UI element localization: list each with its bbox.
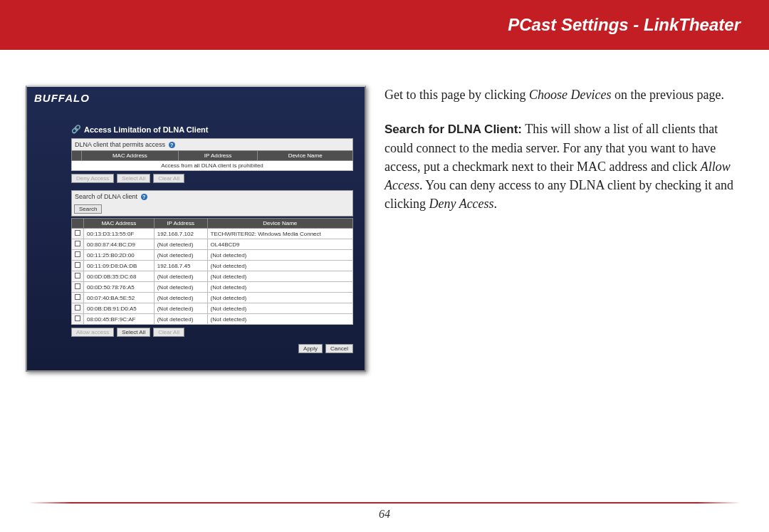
section-title: 🔗 Access Limitation of DLNA Client (71, 125, 353, 134)
col-mac: MAC Address (82, 151, 179, 161)
table-row: 00:13:D3:13:55:0F192.168.7.102TECHWRITER… (72, 229, 353, 239)
cell-name: (Not detected) (207, 250, 352, 261)
row-checkbox-cell (72, 271, 84, 282)
cell-mac: 00:07:40:BA:5E:52 (84, 293, 155, 303)
clear-all-button[interactable]: Clear All (153, 328, 184, 337)
cell-name: (Not detected) (207, 314, 352, 325)
row-checkbox-cell (72, 293, 84, 303)
row-checkbox-cell (72, 261, 84, 271)
col-name: Device Name (207, 219, 352, 229)
permit-button-row: Deny Access Select All Clear All (71, 174, 353, 183)
table-row: 00:0B:DB:91:D0:A5(Not detected)(Not dete… (72, 303, 353, 314)
cell-mac: 00:80:87:44:BC:D9 (84, 239, 155, 250)
row-checkbox-cell (72, 314, 84, 325)
allow-access-button[interactable]: Allow access (71, 328, 114, 337)
col-mac: MAC Address (84, 219, 155, 229)
cell-name: (Not detected) (207, 303, 352, 314)
page-body: BUFFALO 🔗 Access Limitation of DLNA Clie… (0, 50, 769, 372)
cell-ip: (Not detected) (154, 293, 207, 303)
table-row: 00:0D:50:78:76:A5(Not detected)(Not dete… (72, 282, 353, 293)
cell-name: (Not detected) (207, 293, 352, 303)
cell-mac: 08:00:45:BF:9C:AF (84, 314, 155, 325)
row-checkbox-cell (72, 250, 84, 261)
footer: 64 (0, 502, 769, 521)
checkbox[interactable] (75, 241, 80, 246)
table-row: 00:11:25:B0:2D:00(Not detected)(Not dete… (72, 250, 353, 261)
permit-table: MAC Address IP Address Device Name Acces… (71, 150, 353, 171)
cell-name: (Not detected) (207, 271, 352, 282)
explain-paragraph-1: Get to this page by clicking Choose Devi… (384, 85, 743, 104)
cell-ip: (Not detected) (154, 314, 207, 325)
table-row: 08:00:45:BF:9C:AF(Not detected)(Not dete… (72, 314, 353, 325)
search-table: MAC Address IP Address Device Name 00:13… (71, 218, 353, 325)
cell-mac: 00:11:25:B0:2D:00 (84, 250, 155, 261)
cell-mac: 00:0D:50:78:76:A5 (84, 282, 155, 293)
checkbox[interactable] (75, 294, 80, 300)
cell-ip: 192.168.7.102 (154, 229, 207, 239)
search-subtitle: Search of DLNA client ? (71, 190, 353, 202)
table-header-row: MAC Address IP Address Device Name (72, 219, 353, 229)
checkbox[interactable] (75, 315, 80, 321)
col-name: Device Name (258, 151, 353, 161)
cell-name: (Not detected) (207, 261, 352, 271)
panel-inner: 🔗 Access Limitation of DLNA Client DLNA … (27, 109, 365, 370)
cell-mac: 00:0B:DB:91:D0:A5 (84, 303, 155, 314)
cell-name: TECHWRITER02: Windows Media Connect (207, 229, 352, 239)
table-header-row: MAC Address IP Address Device Name (72, 151, 353, 161)
cell-ip: (Not detected) (154, 303, 207, 314)
apply-cancel-row: Apply Cancel (71, 344, 353, 353)
search-subtitle-text: Search of DLNA client (75, 193, 137, 200)
embedded-screenshot: BUFFALO 🔗 Access Limitation of DLNA Clie… (26, 85, 366, 372)
checkbox[interactable] (75, 251, 80, 257)
text: on the previous page. (611, 88, 723, 102)
brand-logo: BUFFALO (27, 87, 365, 109)
text: Get to this page by clicking (384, 88, 529, 102)
col-ip: IP Address (178, 151, 258, 161)
checkbox[interactable] (75, 230, 80, 236)
text: . (494, 197, 498, 211)
table-row: 00:07:40:BA:5E:52(Not detected)(Not dete… (72, 293, 353, 303)
select-all-button[interactable]: Select All (117, 174, 150, 183)
checkbox[interactable] (75, 273, 80, 278)
table-row: 00:80:87:44:BC:D9(Not detected)OL44BCD9 (72, 239, 353, 250)
apply-button[interactable]: Apply (298, 344, 323, 353)
header-band: PCast Settings - LinkTheater (0, 0, 769, 50)
permit-subtitle-text: DLNA client that permits access (75, 141, 165, 148)
page-title: PCast Settings - LinkTheater (508, 15, 741, 35)
clear-all-button[interactable]: Clear All (153, 174, 184, 183)
cell-mac: 00:13:D3:13:55:0F (84, 229, 155, 239)
cell-ip: 192.168.7.45 (154, 261, 207, 271)
cell-ip: (Not detected) (154, 271, 207, 282)
link-icon: 🔗 (71, 125, 81, 134)
select-all-button[interactable]: Select All (117, 328, 150, 337)
explanation-text: Get to this page by clicking Choose Devi… (384, 85, 743, 372)
cell-name: OL44BCD9 (207, 239, 352, 250)
search-table-buttons: Allow access Select All Clear All (71, 328, 353, 337)
table-row: 00:11:09:D8:DA:DB192.168.7.45(Not detect… (72, 261, 353, 271)
cell-ip: (Not detected) (154, 282, 207, 293)
footer-divider (28, 502, 741, 504)
text-bold: Search for DLNA Client: (384, 122, 522, 136)
search-button[interactable]: Search (74, 204, 102, 214)
checkbox[interactable] (75, 262, 80, 268)
col-ip: IP Address (154, 219, 207, 229)
cell-ip: (Not detected) (154, 250, 207, 261)
deny-access-button[interactable]: Deny Access (71, 174, 114, 183)
explain-paragraph-2: Search for DLNA Client: This will show a… (384, 120, 743, 213)
help-icon[interactable]: ? (141, 194, 147, 200)
cell-mac: 00:0D:0B:35:DC:68 (84, 271, 155, 282)
row-checkbox-cell (72, 303, 84, 314)
help-icon[interactable]: ? (169, 142, 175, 148)
prohibited-note-row: Access from all DLNA client is prohibite… (72, 161, 353, 171)
cancel-button[interactable]: Cancel (325, 344, 353, 353)
checkbox[interactable] (75, 305, 80, 311)
search-button-row: Search (71, 202, 353, 217)
section-title-text: Access Limitation of DLNA Client (84, 125, 208, 134)
cell-mac: 00:11:09:D8:DA:DB (84, 261, 155, 271)
cell-ip: (Not detected) (154, 239, 207, 250)
checkbox[interactable] (75, 283, 80, 289)
text-italic: Choose Devices (529, 88, 611, 102)
text-italic: Deny Access (429, 197, 493, 211)
cell-name: (Not detected) (207, 282, 352, 293)
row-checkbox-cell (72, 239, 84, 250)
